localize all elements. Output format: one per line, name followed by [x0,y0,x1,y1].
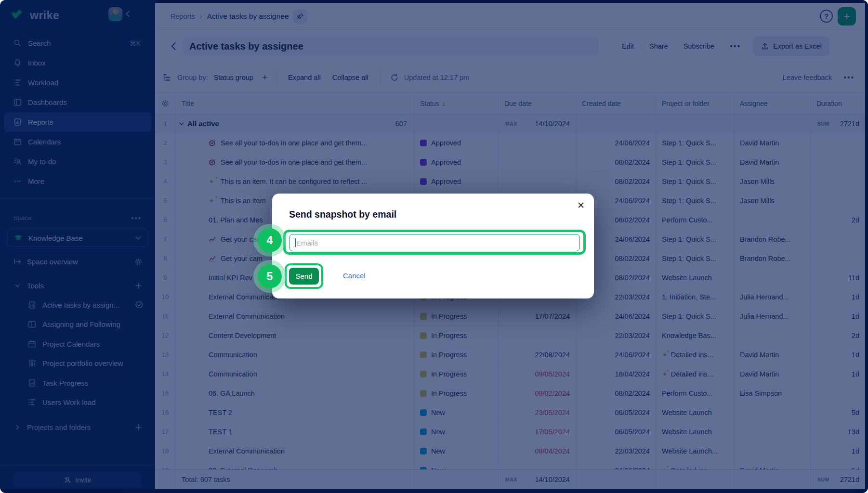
send-button[interactable]: Send [289,268,319,285]
annotation-step-5: 5 [258,264,282,288]
cancel-button[interactable]: Cancel [343,272,366,280]
text-caret [295,238,296,247]
modal-title: Send snapshot by email [289,209,396,220]
emails-input[interactable] [289,234,580,251]
annotation-step-4: 4 [258,228,282,252]
wrike-app-window: wrike Search⌘KInboxWorkloadDashboardsRep… [0,0,868,493]
send-snapshot-modal: ✕ Send snapshot by email Send Cancel [272,194,594,298]
close-icon[interactable]: ✕ [576,200,586,210]
